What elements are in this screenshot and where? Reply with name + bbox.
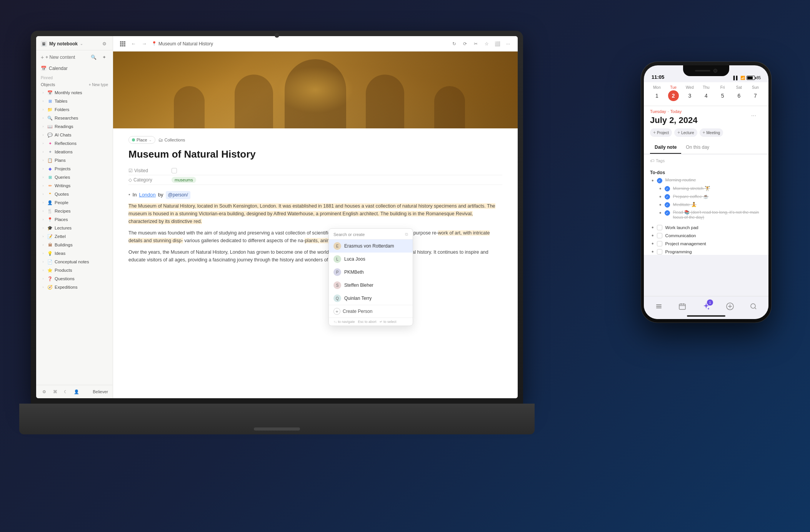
readings-label: Readings [55,124,73,129]
sidebar-item-ai-chats[interactable]: › 💬 Al Chats [38,131,111,139]
grid-view-button[interactable] [118,40,127,48]
todo-text-meditate: Meditate 🧘 [673,202,697,207]
refresh-icon[interactable]: ↻ [450,40,458,48]
theme-icon[interactable]: ☾ [62,388,69,395]
edit-icon[interactable]: ✂ [472,40,480,48]
sidebar-item-plans[interactable]: › 📋 Plans [38,156,111,165]
sidebar-item-readings[interactable]: › 📖 Readings [38,122,111,131]
category-value[interactable]: museums [172,177,196,183]
sidebar-item-quotes[interactable]: › ❝ Quotes [38,190,111,198]
workspace-selector[interactable]: 📓 My notebook ⌄ [41,41,83,47]
day-num-4[interactable]: 4 [701,90,712,101]
checkbox-meditate[interactable] [665,202,670,208]
sidebar-settings-icon[interactable]: ⚙ [100,40,108,48]
create-person-button[interactable]: + Create Person [329,305,413,318]
sidebar-item-projects[interactable]: › ◆ Projects [38,165,111,173]
more-options-button[interactable]: ··· [751,112,756,119]
day-num-7[interactable]: 7 [750,90,761,101]
layout-icon[interactable]: ⬜ [493,40,502,48]
signal-icon: ▌▌ [733,76,739,80]
dropdown-item-erasmus[interactable]: E Erasmus von Rotterdam [329,239,413,253]
bottom-list-button[interactable] [651,299,667,314]
person-mention[interactable]: @person/ [166,191,190,199]
pin-icon[interactable]: ✦ [100,53,108,61]
checkbox-prepare-coffee[interactable] [665,194,670,200]
sidebar-item-calendar[interactable]: 📅 Calendar [36,64,113,73]
add-meeting-button[interactable]: + Meeting [700,128,723,137]
day-num-3[interactable]: 3 [684,90,695,101]
tab-daily-note[interactable]: Daily note [650,141,681,154]
collections-tag[interactable]: 🗂 Collections [158,137,185,143]
conceptual-notes-label: Conceptual notes [55,259,89,264]
sidebar-item-reflections[interactable]: › ✦ Reflections [38,139,111,148]
shortcut-icon[interactable]: ⌘ [52,388,58,395]
favorite-icon[interactable]: ☆ [482,40,491,48]
bottom-ai-button[interactable]: 1 [698,299,714,314]
bottom-add-button[interactable] [722,299,738,314]
sidebar-item-people[interactable]: › 👤 People [38,198,111,207]
visited-property: ☑ Visited [128,166,502,175]
tuesday-tab[interactable]: Tuesday [650,109,666,114]
day-num-6[interactable]: 6 [733,90,744,101]
sidebar-item-buildings[interactable]: › 🏛 Buildings [38,241,111,249]
checkbox-morning-routine[interactable] [657,178,662,183]
add-project-button[interactable]: + Project [650,128,672,137]
search-icon[interactable]: 🔍 [90,53,97,61]
today-tab[interactable]: Today [670,109,682,114]
london-link[interactable]: London [139,191,155,199]
back-button[interactable]: ← [129,40,138,48]
checkbox-morning-stretch[interactable] [665,186,670,191]
sidebar-item-folders[interactable]: › 📁 Folders [38,105,111,114]
bullet-dot: • [659,194,662,200]
add-lecture-button[interactable]: + Lecture [674,128,697,137]
dropdown-item-steffen[interactable]: S Steffen Bleher [329,279,413,292]
forward-button[interactable]: → [140,40,148,48]
sidebar-item-questions[interactable]: › ❓ Questions [38,274,111,283]
sidebar-item-queries[interactable]: › ⊞ Queries [38,173,111,181]
sidebar-item-ideas[interactable]: › 💡 Ideas [38,249,111,258]
full-date-label: July 2, 2024 [650,115,762,125]
more-icon[interactable]: ··· [504,40,512,48]
sidebar-item-tables[interactable]: › ⊞ Tables [38,97,111,105]
sync-icon[interactable]: ⟳ [461,40,469,48]
workspace-name: My notebook [49,41,78,47]
settings-icon[interactable]: ⚙ [41,388,48,395]
sidebar-item-products[interactable]: › ⭐ Products [38,266,111,274]
bottom-search-button[interactable] [746,299,761,314]
day-num-2[interactable]: 2 [668,90,679,101]
phone-tags-row: 🏷 Tags [650,158,762,163]
checkbox-work-launch-pad[interactable] [657,225,662,230]
sidebar-item-zettel[interactable]: › 📝 Zettel [38,232,111,241]
day-num-1[interactable]: 1 [652,90,662,101]
sidebar-item-places[interactable]: › 📍 Places [38,215,111,224]
checkbox-communication[interactable] [657,233,662,238]
sidebar-item-researches[interactable]: › 🔍 Researches [38,114,111,122]
topbar-actions: ↻ ⟳ ✂ ☆ ⬜ ··· [450,40,512,48]
visited-checkbox[interactable] [172,168,177,173]
sidebar-item-lectures[interactable]: › 🎓 Lectures [38,224,111,232]
objects-label: Objects [41,82,55,87]
place-tag[interactable]: Place ⌄ [128,136,155,144]
sidebar-item-recipes[interactable]: › 🍴 Recipes [38,207,111,215]
lectures-label: Lectures [55,226,72,230]
dropdown-item-luca[interactable]: L Luca Joos [329,253,413,266]
chevron-icon: › [41,285,45,289]
profile-icon[interactable]: 👤 [73,388,80,395]
todo-text-read: Read 📚 (don't read too long, it's not th… [673,210,762,219]
bottom-calendar-button[interactable] [675,299,690,314]
day-num-5[interactable]: 5 [717,90,728,101]
sidebar-item-monthly-notes[interactable]: › 📅 Monthly notes [38,88,111,97]
sidebar-item-conceptual-notes[interactable]: › 📄 Conceptual notes [38,258,111,266]
checkbox-project-management[interactable] [657,241,662,246]
tab-on-this-day[interactable]: On this day [681,141,714,154]
new-type-button[interactable]: + New type [89,83,108,87]
checkbox-read[interactable] [665,210,670,216]
dropdown-item-quinlan[interactable]: Q Quinlan Terry [329,292,413,305]
checkbox-programming[interactable] [657,249,662,254]
sidebar-item-writings[interactable]: › ✏ Writings [38,181,111,190]
visited-icon: ☑ [128,168,133,173]
new-content-button[interactable]: + + New content [41,54,75,60]
sidebar-item-ideations[interactable]: › ✦ Ideations [38,148,111,156]
dropdown-item-pkmbeth[interactable]: P PKMBeth [329,266,413,279]
sidebar-item-expeditions[interactable]: › 🧭 Expeditions [38,283,111,291]
